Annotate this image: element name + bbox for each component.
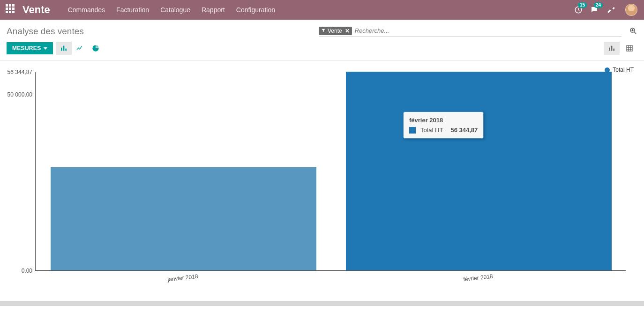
footer-scrollbar[interactable] (0, 301, 644, 306)
line-chart-button[interactable] (72, 42, 88, 55)
svg-rect-2 (61, 48, 62, 51)
x-tick-label: janvier 2018 (167, 273, 198, 283)
subheader: Analyse des ventes Vente ✕ (0, 20, 644, 42)
discuss-badge: 24 (594, 2, 603, 8)
tooltip-title: février 2018 (409, 117, 478, 124)
remove-filter-icon[interactable]: ✕ (345, 28, 350, 34)
top-navbar: Vente Commandes Facturation Catalogue Ra… (0, 0, 644, 20)
svg-rect-5 (609, 48, 610, 51)
chart-plot: 0,0050 000,0056 344,87 (35, 72, 626, 271)
tooltip-swatch-icon (409, 127, 416, 134)
menu-facturation[interactable]: Facturation (111, 1, 155, 19)
svg-rect-8 (627, 45, 632, 51)
discuss-icon[interactable]: 24 (588, 3, 601, 16)
search-box[interactable]: Vente ✕ (319, 27, 622, 37)
page-title: Analyse des ventes (7, 26, 84, 37)
menu-commandes[interactable]: Commandes (62, 1, 111, 19)
search-filter-tag[interactable]: Vente ✕ (319, 27, 352, 35)
activity-badge: 15 (578, 2, 587, 8)
bar-chart-button[interactable] (56, 42, 72, 55)
search-input[interactable] (355, 27, 622, 34)
svg-rect-6 (611, 46, 613, 51)
chart-zone: Total HT 0,0050 000,0056 344,87 février … (0, 61, 644, 301)
menu-catalogue[interactable]: Catalogue (155, 1, 196, 19)
chart-bar[interactable] (51, 167, 316, 270)
pivot-view-button[interactable] (622, 42, 637, 55)
y-tick-label: 0,00 (0, 268, 32, 274)
developer-icon[interactable] (607, 6, 616, 14)
tooltip-value: 56 344,87 (450, 127, 478, 134)
search-wrap: Vente ✕ (319, 27, 637, 37)
y-tick-label: 50 000,00 (0, 91, 32, 98)
graph-view-button[interactable] (604, 42, 620, 55)
svg-rect-7 (613, 49, 614, 51)
tooltip-series: Total HT (420, 127, 443, 134)
app-brand[interactable]: Vente (22, 4, 50, 16)
toolbar: MESURES (0, 42, 644, 61)
apps-icon[interactable] (6, 4, 17, 15)
view-switch (604, 42, 637, 55)
x-tick-label: février 2018 (463, 273, 493, 283)
measures-label: MESURES (12, 45, 41, 52)
caret-down-icon (44, 47, 47, 50)
svg-rect-4 (66, 49, 67, 51)
menu-rapport[interactable]: Rapport (196, 1, 231, 19)
funnel-icon (321, 28, 326, 34)
chart-bar[interactable] (346, 72, 612, 270)
pie-chart-button[interactable] (88, 42, 104, 55)
chart-tooltip: février 2018 Total HT 56 344,87 (403, 112, 484, 139)
activity-icon[interactable]: 15 (572, 3, 585, 16)
user-avatar[interactable] (625, 4, 637, 16)
expand-search-icon[interactable] (629, 27, 637, 37)
main-menu: Commandes Facturation Catalogue Rapport … (62, 1, 281, 19)
y-tick-label: 56 344,87 (0, 69, 32, 75)
measures-button[interactable]: MESURES (7, 42, 53, 54)
filter-tag-label: Vente (328, 28, 342, 34)
menu-configuration[interactable]: Configuration (231, 1, 281, 19)
svg-rect-3 (63, 46, 65, 51)
chart-type-group (56, 42, 104, 55)
nav-right: 15 24 (572, 3, 640, 16)
